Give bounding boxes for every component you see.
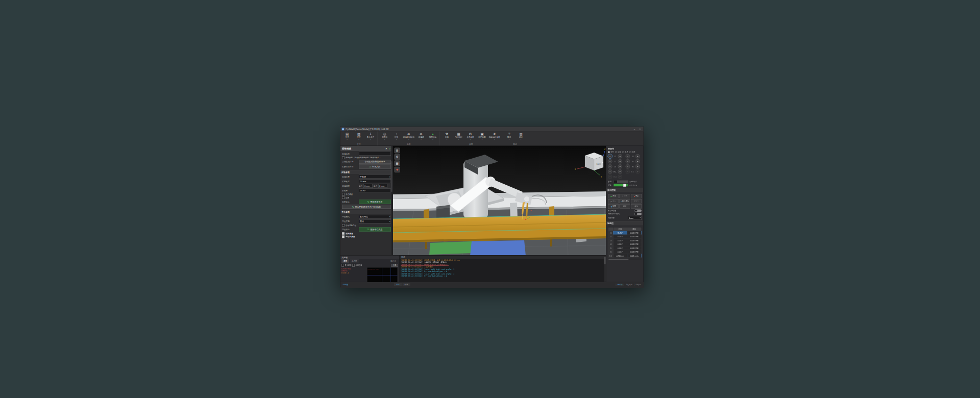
view-state-button[interactable]: ● 视图状态 ▾ xyxy=(427,132,438,143)
toggle-weld-mode[interactable] xyxy=(634,213,642,215)
skip-locate-button[interactable]: »跳过寻位 xyxy=(620,199,630,204)
view-button[interactable]: 查看 xyxy=(391,264,399,267)
jog-plus-button[interactable]: + xyxy=(635,159,640,164)
table-row[interactable]: J54.001 °5.001 RPM xyxy=(608,246,642,250)
update-weld-pose-button[interactable]: ↻更新焊接姿态 xyxy=(359,200,391,204)
minimize-button[interactable]: – xyxy=(632,128,636,131)
jog-minus-button[interactable]: − xyxy=(626,159,630,164)
single-step-button[interactable]: ▶单步 xyxy=(608,199,619,204)
pause-button[interactable]: ‖暂停 xyxy=(620,194,630,198)
log-lines[interactable]: [05/18 16:41:58][CA1] 自动寻位完成：偏差 0.12/0.0… xyxy=(400,259,604,281)
weave-params-checkbox[interactable] xyxy=(342,232,345,235)
seam-group-button[interactable]: ⊛ 焊缝群 ▾ xyxy=(415,132,427,143)
import-part-button[interactable]: ↧ 导入工件 ▾ xyxy=(365,132,376,143)
multi-pass-checkbox[interactable] xyxy=(342,193,345,196)
show-raw-checkbox[interactable] xyxy=(341,264,344,267)
confirm-icon[interactable]: ✓ xyxy=(388,147,391,151)
simulate-button[interactable]: ◔ 模拟 ▾ xyxy=(391,132,402,143)
seam-group-init-button[interactable]: ⊚ 焊缝群初始化 ▾ xyxy=(403,132,415,143)
radio-world[interactable] xyxy=(615,151,617,153)
toggle-step-axis[interactable] xyxy=(634,210,642,212)
radio-joint[interactable] xyxy=(608,151,610,153)
tab-log[interactable]: 日志 xyxy=(394,283,402,286)
seam-position-select[interactable]: 平角焊 ▾ xyxy=(359,175,391,179)
tab-axis-monitor[interactable]: 轴监控 xyxy=(616,283,624,286)
tools-button[interactable]: ⚒ 工具 ▾ xyxy=(442,132,453,143)
plc-button[interactable]: ▦ PLC过程 ▾ xyxy=(453,132,464,143)
seam-type-checkbox[interactable] xyxy=(342,157,345,159)
leg-length-input[interactable]: 25 mm xyxy=(359,180,391,184)
adjust-start-input[interactable]: 0 mm xyxy=(363,184,373,188)
open-button[interactable]: ▧ 打开 ▾ xyxy=(353,132,364,143)
radio-base[interactable] xyxy=(629,151,631,153)
tab-io-info[interactable]: IO信息 xyxy=(634,283,642,286)
jog-plus-button[interactable]: + xyxy=(635,154,640,159)
jog-plus-button[interactable]: + xyxy=(618,169,623,174)
jog-minus-button[interactable]: − xyxy=(626,164,630,169)
restore-button[interactable]: □ xyxy=(638,128,642,131)
jog-plus-button[interactable]: + xyxy=(618,159,623,164)
home-button[interactable]: ◉回零 xyxy=(608,204,619,209)
view-settings-icon[interactable]: ⚙ xyxy=(395,154,400,160)
table-row[interactable]: J195.26 °5.001 RPM xyxy=(608,231,642,235)
3d-viewport[interactable]: ⊞ ⚙ ▦ ◆ xyxy=(393,146,606,256)
tab-processed-image[interactable]: 处理图 xyxy=(350,260,359,263)
tab-raw-image[interactable]: 原图 xyxy=(341,260,349,263)
log-scrollbar[interactable] xyxy=(604,256,606,282)
close-icon[interactable]: × xyxy=(385,147,387,150)
advanced-params-button[interactable]: # 高级编程参数 ▾ xyxy=(488,132,501,143)
track-button[interactable]: 追踪 xyxy=(620,204,630,209)
rotate-angle-input[interactable]: 16.90° xyxy=(359,189,391,193)
tab-locate-info[interactable]: 寻位信息 xyxy=(624,283,634,286)
global-params-button[interactable]: ⚙ 全局参数 ▾ xyxy=(465,132,476,143)
autogen-button[interactable]: 自动生成安装特殊焊缝 xyxy=(359,160,391,164)
snapshot-icon[interactable]: ▦ xyxy=(395,161,400,166)
weave-checkbox[interactable] xyxy=(342,196,345,199)
jog-setting-link[interactable]: ⚙ 点动设置 xyxy=(629,184,638,187)
speed-slider[interactable] xyxy=(614,184,628,187)
camera-image[interactable]: Process Max Image xyxy=(367,267,398,283)
jog-plus-button[interactable]: + xyxy=(635,169,640,174)
expand-icon[interactable]: ∷ xyxy=(397,256,398,259)
positioner-params-checkbox[interactable] xyxy=(342,236,345,238)
jog-minus-button[interactable]: − xyxy=(608,154,612,159)
tab-program[interactable]: 程序 xyxy=(403,283,410,286)
locate-mode-select[interactable]: 起始寻位 ▾ xyxy=(359,215,391,219)
table-row[interactable]: E.1-5.925 mm0.003 mm/s xyxy=(608,254,642,258)
jog-plus-button[interactable]: + xyxy=(618,164,623,169)
table-row[interactable]: J64.001 °5.001 RPM xyxy=(608,250,642,254)
table-h-scrollbar[interactable] xyxy=(608,259,642,260)
update-locate-pose-button[interactable]: ↻更新寻位姿态 xyxy=(359,228,391,232)
stats-button[interactable]: ▥ 统计 ▾ xyxy=(516,132,527,143)
detect-area-checkbox[interactable] xyxy=(352,264,355,267)
table-row[interactable]: J44.001 °5.001 RPM xyxy=(608,242,642,246)
jog-plus-button[interactable]: + xyxy=(635,164,640,169)
file-button[interactable]: ▤ 文件 ▾ xyxy=(341,132,353,143)
jog-minus-button[interactable]: − xyxy=(608,159,612,164)
start-button[interactable]: ▶开始 xyxy=(608,194,619,198)
tab-inner-view[interactable]: 内视图 xyxy=(343,284,349,286)
table-row[interactable]: J24.001 °5.001 RPM xyxy=(608,235,642,239)
spacing-select[interactable]: 4mm ▴▾ xyxy=(628,216,642,220)
jog-minus-button[interactable]: − xyxy=(608,175,612,179)
stop-button[interactable]: ■停止 xyxy=(631,194,642,198)
measure-icon[interactable]: ◆ xyxy=(395,167,400,172)
viewpoint-button[interactable]: ◎ 观察点 ▾ xyxy=(379,132,390,143)
table-row[interactable]: J34.001 °5.001 RPM xyxy=(608,238,642,242)
jog-minus-button[interactable]: − xyxy=(626,169,630,174)
adjust-end-input[interactable]: 0 mm xyxy=(378,184,387,188)
reset-button[interactable]: 复位 xyxy=(631,204,642,209)
step-slider[interactable] xyxy=(614,180,628,183)
jog-minus-button[interactable]: − xyxy=(608,169,612,174)
help-button[interactable]: ? 帮助 ▾ xyxy=(504,132,515,143)
tab-3d-pointcloud[interactable]: 3D点云 xyxy=(389,260,398,263)
robot-direction-button[interactable]: ⇄机器人向 xyxy=(359,165,391,169)
fit-view-icon[interactable]: ⊞ xyxy=(395,148,400,154)
radio-tool[interactable] xyxy=(622,151,624,153)
locate-type-select[interactable]: 两点 ▾ xyxy=(359,219,391,223)
seam-name-input[interactable] xyxy=(359,152,391,156)
jog-plus-button[interactable]: + xyxy=(618,154,623,159)
process-params-button[interactable]: ▣ 工艺参数 ▾ xyxy=(477,132,488,143)
jog-minus-button[interactable]: − xyxy=(608,164,612,169)
sync-update-pose-button[interactable]: ↻同步更新焊接姿态(飞行轨迹) xyxy=(342,205,391,209)
